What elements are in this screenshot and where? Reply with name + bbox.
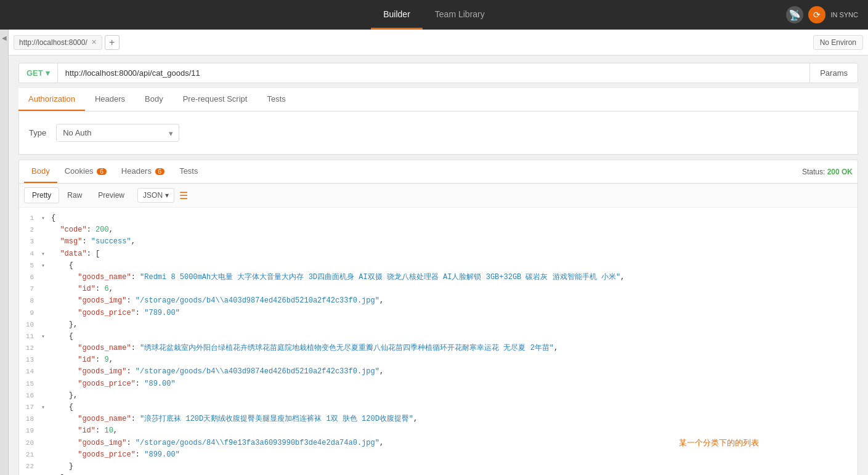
type-row: Type No Auth Bearer Token Basic Auth <box>29 124 848 142</box>
annotation: 某一个分类下的的列表 <box>679 437 759 450</box>
code-line: 20 "goods_img": "/storage/goods/84\\f9e1… <box>19 437 858 449</box>
code-line: 7 "id": 6, <box>19 283 858 295</box>
code-line: 2 "code": 200, <box>19 224 858 236</box>
method-select[interactable]: GET ▾ <box>19 63 58 83</box>
cookies-badge: 6 <box>97 168 107 175</box>
code-line: 15 "goods_price": "89.00" <box>19 378 858 390</box>
wrap-icon[interactable]: ☰ <box>179 190 188 201</box>
auth-section: Type No Auth Bearer Token Basic Auth <box>18 112 858 155</box>
json-format-select[interactable]: JSON ▾ <box>137 188 174 203</box>
view-tab-raw[interactable]: Raw <box>59 187 90 203</box>
code-block-wrapper: 1 ▾ { 2 "code": 200, 3 "msg": "success", <box>19 208 858 475</box>
sidebar-chevron[interactable]: ◀ <box>2 35 7 41</box>
code-line: 9 "goods_price": "789.00" <box>19 307 858 319</box>
request-tabs: Authorization Headers Body Pre-request S… <box>18 88 858 112</box>
response-section: Body Cookies 6 Headers 6 Tests Status: 2… <box>18 160 858 475</box>
code-line: 10 }, <box>19 319 858 331</box>
json-chevron-icon: ▾ <box>165 191 169 200</box>
code-line: 11 ▾ { <box>19 331 858 343</box>
code-line: 21 "goods_price": "899.00" <box>19 449 858 461</box>
code-line: 14 "goods_img": "/storage/goods/b4\\a403… <box>19 366 858 378</box>
sync-icon[interactable]: ⟳ <box>808 6 825 23</box>
view-tab-preview[interactable]: Preview <box>90 187 132 203</box>
res-tab-tests[interactable]: Tests <box>172 160 205 183</box>
collapse-icon[interactable]: ▾ <box>41 248 51 259</box>
status-indicator: Status: 200 OK <box>802 168 853 176</box>
response-tabs-bar: Body Cookies 6 Headers 6 Tests Status: 2… <box>19 160 858 184</box>
collapse-icon[interactable]: ▾ <box>41 213 51 224</box>
code-line: 8 "goods_img": "/storage/goods/b4\\a403d… <box>19 295 858 307</box>
code-line: 4 ▾ "data": [ <box>19 248 858 260</box>
tab-close-icon[interactable]: ✕ <box>91 38 97 46</box>
sync-label: IN SYNC <box>830 11 858 18</box>
type-label: Type <box>29 128 46 137</box>
res-tab-cookies[interactable]: Cookies 6 <box>57 160 114 183</box>
code-line: 3 "msg": "success", <box>19 236 858 248</box>
method-label: GET <box>26 68 43 78</box>
satellite-icon[interactable]: 📡 <box>786 6 803 23</box>
auth-type-select[interactable]: No Auth Bearer Token Basic Auth <box>56 124 179 142</box>
top-nav-tabs: Builder Team Library <box>371 1 497 30</box>
code-line: 1 ▾ { <box>19 213 858 224</box>
code-line: 22 } <box>19 461 858 473</box>
page-wrapper: http://localhost:8000/ ✕ + No Environ GE… <box>9 30 868 475</box>
params-button[interactable]: Params <box>809 63 858 83</box>
view-tab-pretty[interactable]: Pretty <box>24 187 59 203</box>
tab-body[interactable]: Body <box>135 88 173 111</box>
request-bar: GET ▾ Params <box>18 63 858 83</box>
code-line: 12 "goods_name": "绣球花盆栽室内外阳台绿植花卉绣球花苗庭院地栽… <box>19 343 858 354</box>
tab-authorization[interactable]: Authorization <box>18 88 85 111</box>
tab-builder[interactable]: Builder <box>371 1 423 30</box>
tab-tests[interactable]: Tests <box>257 88 295 111</box>
code-line: 18 "goods_name": "浪莎打底袜 120D天鹅绒收腹提臀美腿显瘦加… <box>19 413 858 425</box>
view-tabs-bar: Pretty Raw Preview JSON ▾ ☰ <box>19 184 858 208</box>
tab-bar: http://localhost:8000/ ✕ + No Environ <box>9 30 868 55</box>
code-line: 16 }, <box>19 390 858 402</box>
new-tab-button[interactable]: + <box>105 35 120 50</box>
no-env-dropdown[interactable]: No Environ <box>813 35 863 50</box>
type-select-wrapper: No Auth Bearer Token Basic Auth <box>56 124 179 142</box>
code-line: 6 "goods_name": "Redmi 8 5000mAh大电量 大字体大… <box>19 272 858 283</box>
left-sidebar: ◀ <box>0 30 9 475</box>
main-content: GET ▾ Params Authorization Headers Body … <box>9 55 868 475</box>
top-nav: Builder Team Library 📡 ⟳ IN SYNC <box>0 0 868 30</box>
top-nav-right: 📡 ⟳ IN SYNC <box>786 6 858 23</box>
collapse-icon[interactable]: ▾ <box>41 260 51 271</box>
code-line: 5 ▾ { <box>19 260 858 272</box>
code-line: 13 "id": 9, <box>19 354 858 366</box>
code-line: 23 ] <box>19 473 858 475</box>
code-line: 17 ▾ { <box>19 402 858 413</box>
method-chevron-icon: ▾ <box>46 68 50 78</box>
headers-badge: 6 <box>155 168 165 175</box>
collapse-icon[interactable]: ▾ <box>41 331 51 342</box>
code-area: 1 ▾ { 2 "code": 200, 3 "msg": "success", <box>19 208 858 475</box>
open-tab[interactable]: http://localhost:8000/ ✕ <box>14 35 102 50</box>
res-tab-body[interactable]: Body <box>24 160 57 183</box>
tab-headers[interactable]: Headers <box>85 88 135 111</box>
collapse-icon[interactable]: ▾ <box>41 402 51 413</box>
res-tab-headers[interactable]: Headers 6 <box>114 160 172 183</box>
url-input[interactable] <box>58 63 809 83</box>
tab-team-library[interactable]: Team Library <box>423 1 497 30</box>
status-ok: 200 OK <box>827 168 853 176</box>
code-line: 19 "id": 10, <box>19 425 858 437</box>
tab-pre-request[interactable]: Pre-request Script <box>173 88 258 111</box>
